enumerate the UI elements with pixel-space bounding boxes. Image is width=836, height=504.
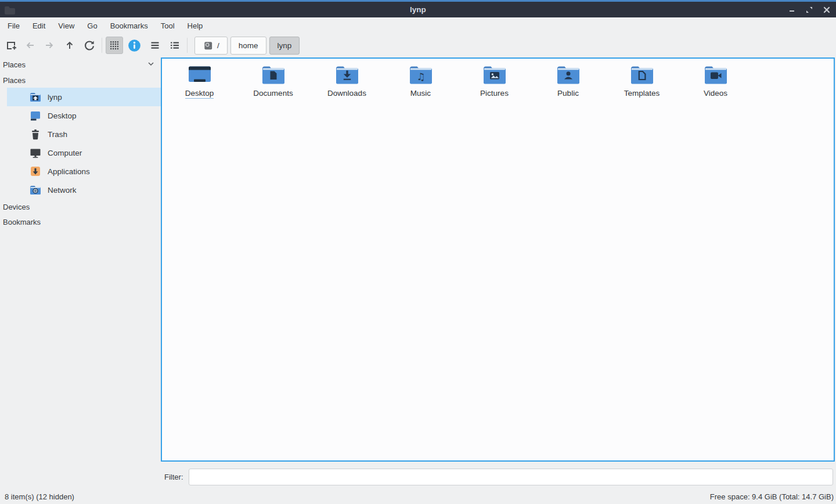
app-folder-icon: [3, 4, 15, 16]
titlebar: lynp: [0, 0, 836, 17]
toolbar: /homelynp: [0, 34, 836, 57]
sidebar-item-label: lynp: [48, 93, 62, 102]
pane-selector[interactable]: Places: [0, 57, 161, 73]
sidebar-item-trash[interactable]: Trash: [7, 125, 161, 143]
sidebar-item-label: Applications: [48, 167, 90, 176]
folder-label: Downloads: [327, 88, 366, 98]
trash-icon: [29, 128, 42, 141]
folder-item-downloads[interactable]: Downloads: [310, 64, 384, 98]
folder-network-icon: [29, 183, 42, 196]
videos-folder-icon: [704, 64, 728, 85]
folder-item-templates[interactable]: Templates: [605, 64, 679, 98]
public-folder-icon: [556, 64, 581, 85]
toolbar-separator: [187, 38, 188, 53]
close-icon[interactable]: [822, 5, 831, 15]
folder-item-documents[interactable]: Documents: [236, 64, 310, 98]
path-button-root[interactable]: /: [194, 37, 228, 55]
menu-file[interactable]: File: [1, 19, 26, 33]
new-tab-button[interactable]: [2, 37, 20, 54]
drive-icon: [203, 40, 214, 51]
sidebar-item-applications[interactable]: Applications: [7, 162, 161, 181]
chevron-down-icon: [147, 60, 155, 70]
desktop-folder-icon: [188, 64, 212, 85]
sidebar-item-label: Network: [48, 186, 77, 195]
back-button: [21, 37, 39, 54]
menu-edit[interactable]: Edit: [26, 19, 52, 33]
computer-icon: [29, 146, 42, 159]
folder-label: Videos: [704, 88, 727, 98]
folder-label: Music: [410, 88, 431, 98]
sidebar-item-lynp[interactable]: lynp: [7, 88, 161, 106]
folder-item-music[interactable]: ♫Music: [384, 64, 457, 98]
folder-item-public[interactable]: Public: [531, 64, 605, 98]
sidebar-item-desktop[interactable]: Desktop: [7, 106, 161, 125]
folder-label: Desktop: [185, 88, 214, 99]
folder-item-pictures[interactable]: Pictures: [457, 64, 531, 98]
sidebar-item-label: Desktop: [48, 111, 77, 120]
info-button[interactable]: [125, 37, 143, 54]
path-bar: /homelynp: [194, 37, 300, 55]
icon-view-button[interactable]: [106, 37, 123, 54]
pane-selector-label: Places: [3, 60, 147, 69]
window-title: lynp: [0, 5, 836, 14]
svg-text:♫: ♫: [416, 71, 425, 82]
menu-tool[interactable]: Tool: [154, 19, 181, 33]
music-folder-icon: ♫: [409, 64, 433, 85]
filter-input[interactable]: [189, 469, 834, 485]
sidebar-item-label: Trash: [48, 130, 67, 139]
filter-bar: Filter:: [0, 463, 836, 491]
path-segment-label: /: [217, 41, 219, 50]
window-controls: [787, 2, 831, 17]
downloads-folder-icon: [335, 64, 359, 85]
folder-view[interactable]: DesktopDocumentsDownloads♫MusicPicturesP…: [161, 57, 835, 462]
folder-item-videos[interactable]: Videos: [679, 64, 752, 98]
menu-go[interactable]: Go: [81, 19, 103, 33]
filter-label: Filter:: [164, 473, 183, 481]
folder-item-desktop[interactable]: Desktop: [163, 64, 236, 99]
sidebar-section-places: Places: [0, 73, 161, 88]
path-segment-label: home: [239, 41, 258, 50]
forward-button: [41, 37, 58, 54]
folder-label: Pictures: [480, 88, 509, 98]
statusbar: 8 item(s) (12 hidden) Free space: 9.4 Gi…: [0, 491, 836, 504]
documents-folder-icon: [261, 64, 286, 85]
sidebar-section-devices: Devices: [0, 199, 161, 214]
desktop-place-icon: [29, 109, 42, 122]
sidebar-section-bookmarks: Bookmarks: [0, 214, 161, 229]
window-body: Places PlaceslynpDesktopTrashComputerApp…: [0, 57, 836, 463]
menubar: FileEditViewGoBookmarksToolHelp: [0, 17, 836, 34]
toolbar-separator: [102, 38, 102, 53]
up-button[interactable]: [61, 37, 78, 54]
free-space-status: Free space: 9.4 GiB (Total: 14.7 GiB): [710, 492, 834, 501]
items-count-status: 8 item(s) (12 hidden): [5, 492, 710, 501]
folder-label: Templates: [624, 88, 660, 98]
menu-bookmarks[interactable]: Bookmarks: [104, 19, 154, 33]
pictures-folder-icon: [482, 64, 507, 85]
sidebar-item-network[interactable]: Network: [7, 181, 161, 199]
compact-view-button[interactable]: [146, 37, 164, 54]
folder-label: Documents: [253, 88, 293, 98]
folder-home-icon: [29, 91, 42, 103]
path-button-lynp[interactable]: lynp: [269, 37, 300, 55]
restore-icon[interactable]: [805, 5, 814, 15]
path-segment-label: lynp: [278, 41, 292, 50]
menu-view[interactable]: View: [52, 19, 81, 33]
sidebar-item-label: Computer: [48, 149, 82, 157]
sidebar-item-computer[interactable]: Computer: [7, 143, 161, 162]
sidebar: Places PlaceslynpDesktopTrashComputerApp…: [0, 57, 161, 463]
minimize-icon[interactable]: [787, 5, 797, 15]
applications-icon: [29, 165, 42, 178]
file-manager-window: lynp FileEditViewGoBookmarksToolHelp: [0, 0, 836, 504]
templates-folder-icon: [630, 64, 654, 85]
refresh-button[interactable]: [81, 37, 98, 54]
detailed-view-button[interactable]: [166, 37, 183, 54]
path-button-home[interactable]: home: [230, 37, 266, 55]
menu-help[interactable]: Help: [181, 19, 210, 33]
folder-label: Public: [557, 88, 579, 98]
